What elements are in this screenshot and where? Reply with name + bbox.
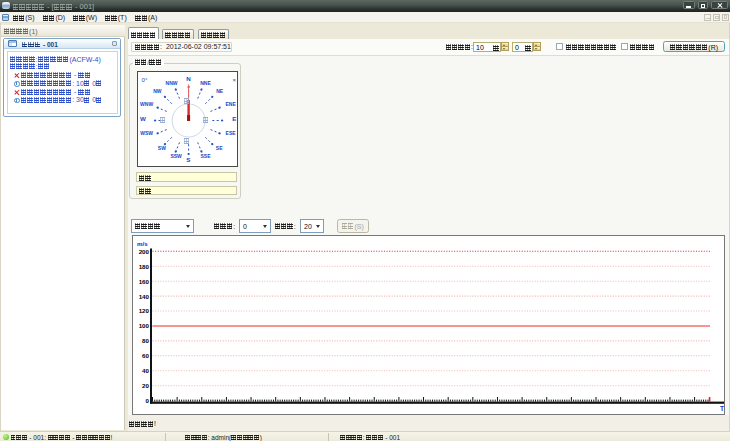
svg-text:80: 80	[142, 337, 149, 344]
svg-text:E: E	[232, 115, 236, 122]
svg-text:SW: SW	[157, 144, 165, 150]
svg-text:ENE: ENE	[225, 100, 236, 106]
svg-text:20: 20	[142, 382, 149, 389]
svg-text:40: 40	[142, 367, 149, 374]
svg-text:NW: NW	[153, 87, 162, 93]
svg-text:NNE: NNE	[200, 79, 211, 85]
svg-text:WNW: WNW	[140, 100, 153, 106]
svg-text:140: 140	[139, 293, 150, 300]
svg-text:NE: NE	[216, 87, 224, 93]
svg-text:m/s: m/s	[137, 240, 148, 247]
svg-text:180: 180	[139, 263, 150, 270]
svg-text:160: 160	[139, 278, 150, 285]
svg-text:T: T	[720, 405, 724, 412]
svg-text:120: 120	[139, 307, 150, 314]
svg-text:200: 200	[139, 248, 150, 255]
svg-text:SSE: SSE	[200, 152, 211, 158]
svg-text:60: 60	[142, 352, 149, 359]
svg-text:SSW: SSW	[170, 152, 182, 158]
svg-text:0: 0	[146, 397, 150, 404]
svg-text:×: ×	[232, 76, 236, 82]
svg-text:S: S	[186, 156, 190, 163]
svg-text:W: W	[139, 115, 145, 122]
svg-text:SE: SE	[215, 144, 222, 150]
svg-text:WSW: WSW	[140, 129, 153, 135]
svg-text:N: N	[186, 74, 191, 81]
svg-text:0°: 0°	[141, 75, 147, 82]
svg-text:ESE: ESE	[225, 129, 236, 135]
svg-text:NNW: NNW	[165, 79, 177, 85]
svg-text:100: 100	[139, 322, 150, 329]
